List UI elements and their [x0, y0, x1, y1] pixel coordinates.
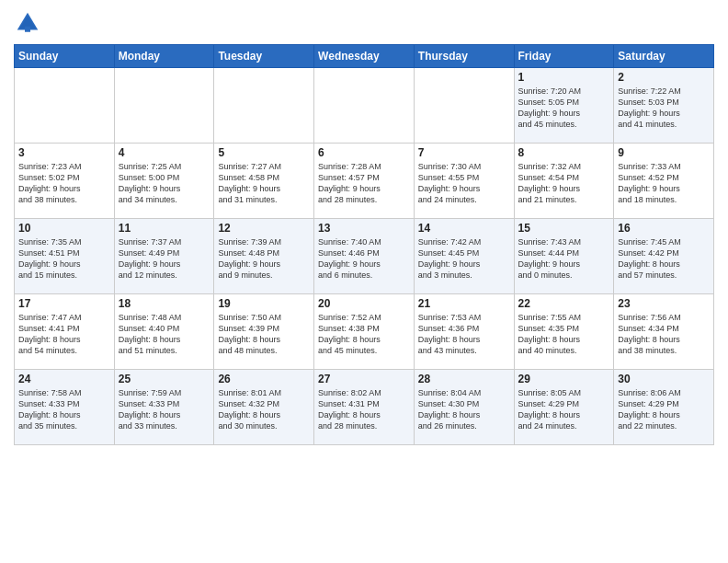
day-info: Sunrise: 7:45 AM Sunset: 4:42 PM Dayligh…	[618, 236, 710, 282]
weekday-header-saturday: Saturday	[614, 45, 714, 68]
calendar-cell	[314, 68, 415, 144]
calendar-cell: 27Sunrise: 8:02 AM Sunset: 4:31 PM Dayli…	[314, 370, 415, 445]
day-number: 20	[318, 297, 410, 310]
calendar-cell	[214, 68, 314, 144]
day-info: Sunrise: 7:37 AM Sunset: 4:49 PM Dayligh…	[119, 236, 210, 282]
calendar-cell: 21Sunrise: 7:53 AM Sunset: 4:36 PM Dayli…	[414, 294, 514, 370]
calendar-cell: 8Sunrise: 7:32 AM Sunset: 4:54 PM Daylig…	[514, 144, 614, 219]
weekday-header-sunday: Sunday	[15, 45, 115, 68]
day-info: Sunrise: 7:25 AM Sunset: 5:00 PM Dayligh…	[119, 161, 210, 206]
day-number: 1	[518, 71, 610, 84]
day-number: 11	[119, 222, 210, 235]
calendar-cell: 15Sunrise: 7:43 AM Sunset: 4:44 PM Dayli…	[514, 219, 614, 294]
calendar-cell: 11Sunrise: 7:37 AM Sunset: 4:49 PM Dayli…	[114, 219, 214, 294]
day-number: 29	[518, 373, 610, 385]
day-number: 18	[119, 297, 210, 310]
day-number: 12	[218, 222, 310, 235]
calendar-cell: 12Sunrise: 7:39 AM Sunset: 4:48 PM Dayli…	[214, 219, 314, 294]
day-number: 5	[218, 146, 310, 159]
day-number: 24	[18, 373, 110, 385]
calendar-cell: 10Sunrise: 7:35 AM Sunset: 4:51 PM Dayli…	[15, 219, 115, 294]
day-number: 7	[418, 146, 510, 159]
day-number: 19	[218, 297, 310, 310]
logo	[14, 9, 43, 37]
weekday-header-monday: Monday	[114, 45, 214, 68]
calendar-cell: 23Sunrise: 7:56 AM Sunset: 4:34 PM Dayli…	[614, 294, 714, 370]
calendar-cell: 18Sunrise: 7:48 AM Sunset: 4:40 PM Dayli…	[114, 294, 214, 370]
calendar: SundayMondayTuesdayWednesdayThursdayFrid…	[14, 44, 714, 445]
weekday-header-thursday: Thursday	[414, 45, 514, 68]
calendar-cell: 14Sunrise: 7:42 AM Sunset: 4:45 PM Dayli…	[414, 219, 514, 294]
weekday-header-tuesday: Tuesday	[214, 45, 314, 68]
day-info: Sunrise: 7:52 AM Sunset: 4:38 PM Dayligh…	[318, 312, 410, 357]
calendar-cell: 16Sunrise: 7:45 AM Sunset: 4:42 PM Dayli…	[614, 219, 714, 294]
calendar-cell: 2Sunrise: 7:22 AM Sunset: 5:03 PM Daylig…	[614, 68, 714, 144]
day-number: 9	[618, 146, 710, 159]
day-info: Sunrise: 7:23 AM Sunset: 5:02 PM Dayligh…	[18, 161, 110, 206]
week-row-4: 24Sunrise: 7:58 AM Sunset: 4:33 PM Dayli…	[15, 370, 714, 445]
calendar-cell: 3Sunrise: 7:23 AM Sunset: 5:02 PM Daylig…	[15, 144, 115, 219]
day-info: Sunrise: 7:50 AM Sunset: 4:39 PM Dayligh…	[218, 312, 310, 357]
day-number: 2	[618, 71, 710, 84]
week-row-2: 10Sunrise: 7:35 AM Sunset: 4:51 PM Dayli…	[15, 219, 714, 294]
calendar-cell: 4Sunrise: 7:25 AM Sunset: 5:00 PM Daylig…	[114, 144, 214, 219]
week-row-1: 3Sunrise: 7:23 AM Sunset: 5:02 PM Daylig…	[15, 144, 714, 219]
calendar-cell	[15, 68, 115, 144]
day-number: 26	[218, 373, 310, 385]
day-number: 16	[618, 222, 710, 235]
day-info: Sunrise: 7:43 AM Sunset: 4:44 PM Dayligh…	[518, 236, 610, 282]
day-number: 30	[618, 373, 710, 385]
day-number: 17	[18, 297, 110, 310]
day-info: Sunrise: 7:53 AM Sunset: 4:36 PM Dayligh…	[418, 312, 510, 357]
day-number: 15	[518, 222, 610, 235]
weekday-header-friday: Friday	[514, 45, 614, 68]
calendar-cell: 7Sunrise: 7:30 AM Sunset: 4:55 PM Daylig…	[414, 144, 514, 219]
day-number: 22	[518, 297, 610, 310]
day-info: Sunrise: 7:32 AM Sunset: 4:54 PM Dayligh…	[518, 161, 610, 206]
day-number: 13	[318, 222, 410, 235]
calendar-cell: 28Sunrise: 8:04 AM Sunset: 4:30 PM Dayli…	[414, 370, 514, 445]
calendar-cell: 24Sunrise: 7:58 AM Sunset: 4:33 PM Dayli…	[15, 370, 115, 445]
page: SundayMondayTuesdayWednesdayThursdayFrid…	[0, 0, 728, 563]
day-number: 14	[418, 222, 510, 235]
day-info: Sunrise: 7:40 AM Sunset: 4:46 PM Dayligh…	[318, 236, 410, 282]
day-info: Sunrise: 7:22 AM Sunset: 5:03 PM Dayligh…	[618, 86, 710, 131]
day-info: Sunrise: 7:27 AM Sunset: 4:58 PM Dayligh…	[218, 161, 310, 206]
week-row-3: 17Sunrise: 7:47 AM Sunset: 4:41 PM Dayli…	[15, 294, 714, 370]
day-number: 28	[418, 373, 510, 385]
weekday-header-wednesday: Wednesday	[314, 45, 415, 68]
weekday-header-row: SundayMondayTuesdayWednesdayThursdayFrid…	[15, 45, 714, 68]
day-info: Sunrise: 7:35 AM Sunset: 4:51 PM Dayligh…	[18, 236, 110, 282]
day-info: Sunrise: 8:02 AM Sunset: 4:31 PM Dayligh…	[318, 387, 410, 432]
day-info: Sunrise: 8:05 AM Sunset: 4:29 PM Dayligh…	[518, 387, 610, 432]
calendar-cell: 17Sunrise: 7:47 AM Sunset: 4:41 PM Dayli…	[15, 294, 115, 370]
calendar-cell: 9Sunrise: 7:33 AM Sunset: 4:52 PM Daylig…	[614, 144, 714, 219]
calendar-cell: 22Sunrise: 7:55 AM Sunset: 4:35 PM Dayli…	[514, 294, 614, 370]
calendar-cell: 26Sunrise: 8:01 AM Sunset: 4:32 PM Dayli…	[214, 370, 314, 445]
day-info: Sunrise: 8:01 AM Sunset: 4:32 PM Dayligh…	[218, 387, 310, 432]
calendar-cell: 20Sunrise: 7:52 AM Sunset: 4:38 PM Dayli…	[314, 294, 415, 370]
day-info: Sunrise: 7:39 AM Sunset: 4:48 PM Dayligh…	[218, 236, 310, 282]
calendar-cell: 30Sunrise: 8:06 AM Sunset: 4:29 PM Dayli…	[614, 370, 714, 445]
day-number: 3	[18, 146, 110, 159]
calendar-cell: 6Sunrise: 7:28 AM Sunset: 4:57 PM Daylig…	[314, 144, 415, 219]
day-info: Sunrise: 7:33 AM Sunset: 4:52 PM Dayligh…	[618, 161, 710, 206]
day-number: 6	[318, 146, 410, 159]
week-row-0: 1Sunrise: 7:20 AM Sunset: 5:05 PM Daylig…	[15, 68, 714, 144]
calendar-cell: 25Sunrise: 7:59 AM Sunset: 4:33 PM Dayli…	[114, 370, 214, 445]
day-info: Sunrise: 7:28 AM Sunset: 4:57 PM Dayligh…	[318, 161, 410, 206]
day-info: Sunrise: 7:20 AM Sunset: 5:05 PM Dayligh…	[518, 86, 610, 131]
day-info: Sunrise: 7:55 AM Sunset: 4:35 PM Dayligh…	[518, 312, 610, 357]
day-info: Sunrise: 7:30 AM Sunset: 4:55 PM Dayligh…	[418, 161, 510, 206]
day-info: Sunrise: 7:59 AM Sunset: 4:33 PM Dayligh…	[119, 387, 210, 432]
day-info: Sunrise: 7:47 AM Sunset: 4:41 PM Dayligh…	[18, 312, 110, 357]
day-info: Sunrise: 7:56 AM Sunset: 4:34 PM Dayligh…	[618, 312, 710, 357]
svg-rect-2	[25, 27, 30, 32]
day-number: 10	[18, 222, 110, 235]
day-info: Sunrise: 7:58 AM Sunset: 4:33 PM Dayligh…	[18, 387, 110, 432]
day-number: 27	[318, 373, 410, 385]
day-number: 21	[418, 297, 510, 310]
day-number: 8	[518, 146, 610, 159]
header	[14, 9, 714, 37]
logo-icon	[14, 9, 41, 37]
